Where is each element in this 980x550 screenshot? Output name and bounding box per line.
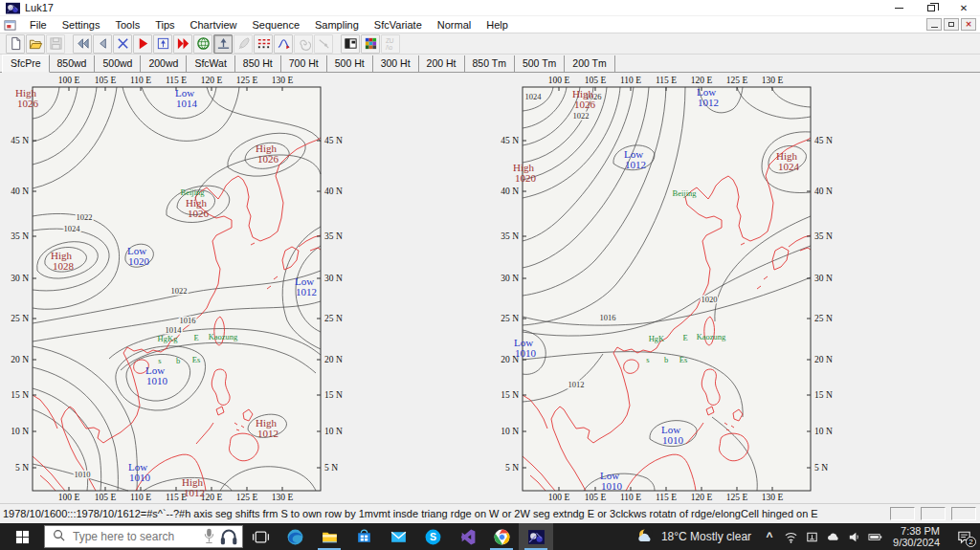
step-back-button[interactable] bbox=[93, 34, 112, 54]
city-label: Es bbox=[192, 355, 201, 364]
chart-document-icon[interactable] bbox=[4, 19, 16, 31]
fit-frame-button[interactable] bbox=[153, 34, 172, 54]
tab-850-ht[interactable]: 850 Ht bbox=[235, 55, 281, 72]
close-chart-icon bbox=[116, 36, 130, 51]
taskbar-app-luk17[interactable] bbox=[519, 523, 553, 550]
taskbar-search[interactable] bbox=[44, 525, 243, 548]
lat-label-right: 5 N bbox=[324, 463, 338, 473]
close-chart-button[interactable] bbox=[113, 34, 132, 54]
tab-300-ht[interactable]: 300 Ht bbox=[373, 55, 419, 72]
tab-850wd[interactable]: 850wd bbox=[50, 55, 96, 72]
step-back-fast-button[interactable] bbox=[73, 34, 92, 54]
new-file-button[interactable] bbox=[6, 34, 25, 54]
tab-500-tm[interactable]: 500 Tm bbox=[515, 55, 565, 72]
palette-button[interactable] bbox=[361, 34, 380, 54]
tray-ime[interactable] bbox=[801, 523, 822, 550]
isobar-value-label: 1024 bbox=[525, 92, 543, 101]
palette-icon bbox=[364, 36, 378, 51]
curve-arrow-button[interactable] bbox=[274, 34, 293, 54]
taskbar-app-chrome[interactable] bbox=[484, 523, 519, 550]
open-file-button[interactable] bbox=[26, 34, 45, 54]
chart-tab-bar: SfcPre850wd500wd200wdSfcWat850 Ht700 Ht5… bbox=[0, 55, 980, 73]
surface-pressure-map-right[interactable]: 100 E100 E105 E105 E110 E110 E115 E115 E… bbox=[492, 73, 856, 503]
lat-label-right: 40 N bbox=[324, 187, 343, 196]
menu-item-normal[interactable]: Normal bbox=[430, 18, 479, 32]
lon-label-bottom: 125 E bbox=[236, 493, 258, 502]
status-bar: 1978/10/1600:::1978/10/1612=#s^`--?#h ax… bbox=[0, 503, 980, 523]
menu-item-chartview[interactable]: Chartview bbox=[183, 18, 245, 32]
taskbar-clock[interactable]: 7:38 PM 9/30/2024 bbox=[885, 525, 947, 548]
tray-onedrive[interactable] bbox=[822, 523, 843, 550]
task-view-button[interactable] bbox=[243, 523, 278, 550]
pressure-center-value: 1014 bbox=[176, 98, 198, 109]
pressure-center-value: 1010 bbox=[146, 375, 168, 386]
dashed-rows-button[interactable] bbox=[254, 34, 273, 54]
tab-850-tm[interactable]: 850 Tm bbox=[465, 55, 515, 72]
lon-label-top: 110 E bbox=[130, 76, 151, 85]
pressure-center-value: 1028 bbox=[53, 260, 75, 272]
taskbar-app-file-explorer[interactable] bbox=[312, 523, 346, 550]
menu-item-sfcvariate[interactable]: SfcVariate bbox=[367, 18, 430, 32]
start-button[interactable] bbox=[0, 523, 44, 550]
tab-700-ht[interactable]: 700 Ht bbox=[281, 55, 327, 72]
fast-forward-button[interactable] bbox=[173, 34, 192, 54]
tray-wifi[interactable] bbox=[780, 523, 801, 550]
taskbar-app-mail[interactable] bbox=[381, 523, 415, 550]
tray-battery[interactable] bbox=[864, 523, 885, 550]
city-label: Kaozung bbox=[697, 332, 726, 341]
menu-item-sequence[interactable]: Sequence bbox=[244, 18, 307, 32]
step-back-fast-icon bbox=[76, 36, 90, 51]
layout-button[interactable] bbox=[341, 34, 360, 54]
isobar-value-label: 1012 bbox=[568, 380, 585, 389]
store-icon bbox=[355, 528, 373, 546]
lon-label-top: 105 E bbox=[95, 76, 117, 85]
wifi-icon bbox=[784, 530, 798, 544]
tab-sfcpre[interactable]: SfcPre bbox=[2, 55, 50, 73]
isobar-value-label: 1020 bbox=[702, 295, 718, 304]
tab-500-ht[interactable]: 500 Ht bbox=[327, 55, 373, 72]
city-label: b bbox=[176, 356, 180, 365]
mdi-minimize-button[interactable] bbox=[926, 18, 942, 31]
minimize-button[interactable] bbox=[882, 0, 915, 15]
menu-item-help[interactable]: Help bbox=[479, 18, 516, 32]
search-input[interactable] bbox=[71, 529, 176, 544]
mdi-close-button[interactable]: ✕ bbox=[961, 18, 976, 31]
surface-pressure-map-left[interactable]: 100 E100 E105 E105 E110 E110 E115 E115 E… bbox=[2, 73, 366, 503]
tab-200-tm[interactable]: 200 Tm bbox=[565, 55, 614, 72]
lat-label-right: 45 N bbox=[814, 136, 833, 145]
ascent-icon bbox=[216, 36, 231, 51]
ascent-button[interactable] bbox=[213, 34, 233, 54]
lat-label-left: 15 N bbox=[501, 390, 519, 400]
pressure-center-value: 1012 bbox=[296, 286, 317, 297]
globe-button[interactable] bbox=[193, 34, 212, 54]
menu-item-settings[interactable]: Settings bbox=[55, 18, 108, 32]
action-center-button[interactable]: 2 bbox=[947, 523, 980, 550]
tray-volume[interactable] bbox=[843, 523, 864, 550]
close-button[interactable]: ✕ bbox=[947, 0, 980, 15]
tab-200-ht[interactable]: 200 Ht bbox=[419, 55, 465, 72]
node-line-icon bbox=[317, 36, 331, 51]
mdi-restore-button[interactable] bbox=[944, 18, 959, 31]
new-file-icon bbox=[9, 36, 23, 51]
taskbar-app-store[interactable] bbox=[346, 523, 381, 550]
lat-label-left: 45 N bbox=[11, 136, 29, 145]
tray-show-hidden-icons[interactable]: ^ bbox=[759, 523, 780, 550]
menu-item-tips[interactable]: Tips bbox=[147, 18, 182, 32]
taskbar-app-visual-studio[interactable] bbox=[450, 523, 484, 550]
taskbar-app-skype[interactable]: S bbox=[415, 523, 450, 550]
play-button[interactable] bbox=[133, 34, 152, 54]
lat-label-left: 45 N bbox=[501, 136, 519, 145]
tab-200wd[interactable]: 200wd bbox=[141, 55, 187, 72]
menu-item-file[interactable]: File bbox=[22, 18, 55, 32]
taskbar-app-edge[interactable] bbox=[278, 523, 312, 550]
taskbar-weather[interactable]: 18°C Mostly clear bbox=[629, 527, 759, 546]
tab-sfcwat[interactable]: SfcWat bbox=[187, 55, 234, 72]
windows-logo-icon bbox=[15, 530, 30, 544]
menu-item-sampling[interactable]: Sampling bbox=[307, 18, 367, 32]
city-label: HgK bbox=[649, 334, 665, 343]
city-label: E bbox=[682, 333, 687, 342]
menu-item-tools[interactable]: Tools bbox=[107, 18, 147, 32]
tab-500wd[interactable]: 500wd bbox=[95, 55, 141, 72]
weather-moon-cloud-icon bbox=[636, 527, 656, 546]
restore-button[interactable] bbox=[915, 0, 947, 15]
